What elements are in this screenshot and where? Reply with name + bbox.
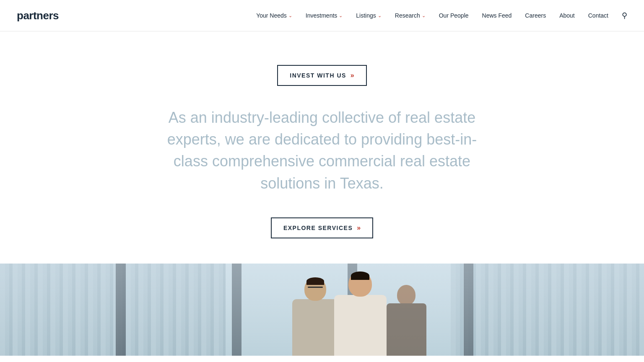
nav-item-about[interactable]: About — [559, 12, 575, 19]
person-1-hair — [306, 277, 324, 285]
invest-with-us-button[interactable]: INVEST WITH US » — [277, 65, 366, 86]
nav-item-contact[interactable]: Contact — [588, 12, 608, 19]
person-2-head — [348, 272, 372, 297]
nav-item-listings[interactable]: Listings ⌄ — [356, 12, 381, 19]
person-2-body — [334, 295, 387, 356]
person-2 — [334, 272, 387, 356]
nav-label-careers: Careers — [525, 12, 546, 19]
nav-item-research[interactable]: Research ⌄ — [395, 12, 426, 19]
nav-label-contact: Contact — [588, 12, 608, 19]
main-nav: Your Needs ⌄ Investments ⌄ Listings ⌄ Re… — [256, 11, 627, 20]
person-3-body — [387, 303, 426, 356]
nav-item-our-people[interactable]: Our People — [439, 12, 469, 19]
bottom-image-section — [0, 264, 644, 356]
person-1-body — [292, 299, 338, 356]
nav-label-our-people: Our People — [439, 12, 469, 19]
explore-services-button[interactable]: EXPLORE SERVICES » — [271, 217, 373, 238]
nav-label-listings: Listings — [356, 12, 376, 19]
header: partners Your Needs ⌄ Investments ⌄ List… — [0, 0, 644, 31]
logo-text: partners — [17, 9, 59, 22]
nav-label-news-feed: News Feed — [482, 12, 512, 19]
search-icon[interactable]: ⚲ — [622, 11, 627, 20]
chevron-down-icon: ⌄ — [339, 13, 343, 18]
nav-label-research: Research — [395, 12, 420, 19]
person-3 — [387, 285, 426, 356]
nav-item-news-feed[interactable]: News Feed — [482, 12, 512, 19]
explore-chevron-icon: » — [357, 224, 361, 232]
invest-chevron-icon: » — [351, 72, 354, 79]
invest-button-label: INVEST WITH US — [290, 72, 346, 79]
chevron-down-icon: ⌄ — [378, 13, 382, 18]
person-1-head — [304, 277, 326, 301]
explore-button-label: EXPLORE SERVICES — [283, 225, 353, 231]
hero-description: As an industry-leading collective of rea… — [163, 107, 481, 194]
person-2-hair — [351, 272, 369, 280]
person-1-glasses — [308, 287, 323, 288]
person-1 — [292, 277, 338, 356]
people-area — [213, 264, 506, 356]
chevron-down-icon: ⌄ — [288, 13, 292, 18]
nav-item-investments[interactable]: Investments ⌄ — [306, 12, 343, 19]
nav-label-about: About — [559, 12, 575, 19]
main-content: INVEST WITH US » As an industry-leading … — [0, 31, 644, 264]
logo[interactable]: partners — [17, 9, 59, 22]
nav-item-your-needs[interactable]: Your Needs ⌄ — [256, 12, 292, 19]
nav-label-investments: Investments — [306, 12, 337, 19]
nav-label-your-needs: Your Needs — [256, 12, 287, 19]
chevron-down-icon: ⌄ — [422, 13, 426, 18]
nav-item-careers[interactable]: Careers — [525, 12, 546, 19]
person-3-head — [397, 285, 415, 305]
